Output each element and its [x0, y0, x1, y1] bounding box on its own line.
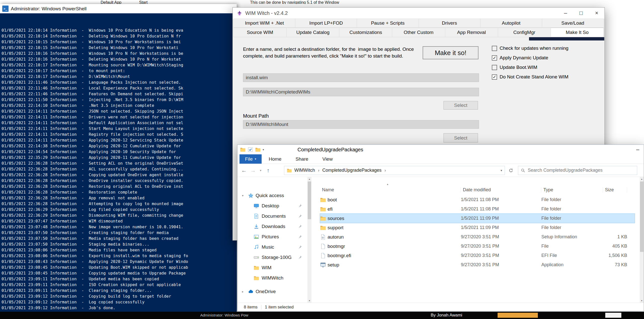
column-header-date-modified[interactable]: Date modified [461, 187, 541, 193]
tab-save-load[interactable]: Save/Load [542, 19, 604, 28]
history-dropdown-icon[interactable]: ▾ [258, 169, 264, 172]
instructions-text: Enter a name, and select a destination f… [243, 46, 417, 59]
powershell-log[interactable]: 01/05/2021 22:10:14 Information - Window… [0, 13, 237, 312]
select-destination-button[interactable]: Select [444, 101, 478, 110]
chevron-down-icon[interactable]: ▾ [242, 194, 246, 197]
wimwitch-titlebar[interactable]: WIM Witch - v2.4.2 – □ × [233, 8, 605, 19]
sidebar-item-wim[interactable]: WIM [237, 262, 307, 273]
back-button[interactable]: ← [239, 167, 249, 174]
menu-home[interactable]: Home [262, 154, 289, 164]
select-mount-button[interactable]: Select [444, 133, 478, 143]
column-header-type[interactable]: Type [541, 187, 603, 193]
background-text: This can be done by navigating 5.1 of th… [250, 0, 339, 4]
checkbox-check-for-updates-when-running[interactable]: Check for updates when running [492, 45, 569, 51]
address-bar[interactable]: WIMWitch›CompletedUpgradePackages› ▾ [284, 166, 505, 175]
tab-app-removal[interactable]: App Removal [445, 28, 498, 37]
file-type: Application [541, 262, 603, 267]
file-type: EFI File [541, 253, 603, 258]
file-row-efi[interactable]: efi1/5/2021 11:08 PMFile folder [320, 204, 635, 214]
file-row-bootmgr-efi[interactable]: bootmgr.efi9/27/2020 3:51 PMEFI File1,50… [320, 251, 635, 260]
address-dropdown-icon[interactable]: ▾ [501, 169, 502, 172]
sidebar-item-quick-access[interactable]: ▾Quick access [237, 190, 307, 201]
minimize-button[interactable]: – [558, 8, 573, 19]
overlay-white-box [605, 313, 621, 318]
qat-newfolder-icon[interactable] [255, 147, 261, 152]
scroll-down-icon[interactable]: ▾ [307, 299, 311, 303]
tab-configmgr[interactable]: ConfigMgr [498, 28, 551, 37]
tab-drivers[interactable]: Drivers [419, 19, 480, 28]
sidebar-item-documents[interactable]: Documents [237, 211, 307, 221]
destination-path-field[interactable]: D:\WIMWitch\CompletedWIMs [243, 88, 479, 96]
checkbox-do-not-create-stand-alone-wim[interactable]: ✓Do Not Create Stand Alone WIM [492, 74, 569, 80]
sidebar-item-onedrive[interactable]: ▸OneDrive [237, 286, 307, 297]
file-row-bootmgr[interactable]: bootmgr9/27/2020 3:51 PMFile405 KB [320, 242, 635, 251]
file-name: efi [328, 206, 461, 212]
sidebar-item-music[interactable]: Music [237, 242, 307, 252]
close-button[interactable]: × [589, 8, 605, 19]
scroll-up-icon[interactable]: ▴ [307, 177, 311, 181]
breadcrumb-segment[interactable]: WIMWitch [294, 168, 315, 173]
tab-import-lp-fod[interactable]: Import LP+FOD [295, 19, 357, 28]
sidebar-item-storage-100g[interactable]: Storage-100G [237, 252, 307, 262]
sidebar-scrollbar[interactable]: ▴ ▾ [307, 177, 311, 303]
unchecked-checkbox-icon[interactable] [492, 65, 497, 70]
sidebar-item-downloads[interactable]: Downloads [237, 221, 307, 232]
sidebar-item-pictures[interactable]: Pictures [237, 232, 307, 242]
ww-tab-row-1: Import WIM + .NetImport LP+FODPause + Sc… [233, 19, 604, 28]
explorer-titlebar[interactable]: ▾ CompletedUpgradePackages – [237, 145, 644, 154]
refresh-icon[interactable] [506, 167, 516, 173]
chevron-right-icon[interactable]: ▸ [242, 290, 246, 293]
tab-import-wim-net[interactable]: Import WIM + .Net [233, 19, 295, 28]
tab-autopilot[interactable]: Autopilot [480, 19, 542, 28]
checked-checkbox-icon[interactable]: ✓ [492, 55, 497, 61]
qat-properties-icon[interactable] [248, 147, 253, 152]
checkbox-update-boot-wim[interactable]: Update Boot.WIM [492, 64, 569, 70]
unchecked-checkbox-icon[interactable] [492, 46, 497, 51]
checkbox-apply-dynamic-update[interactable]: ✓Apply Dynamic Update [492, 55, 569, 61]
column-header-size[interactable]: Size [603, 187, 627, 193]
tab-other-custom[interactable]: Other Custom [392, 28, 445, 37]
file-size: 73 KB [603, 262, 627, 267]
tab-make-it-so[interactable]: Make It So [551, 28, 604, 37]
star-icon [248, 193, 254, 198]
file-date: 9/27/2020 3:51 PM [461, 253, 541, 258]
make-it-so-button[interactable]: Make it so! [423, 46, 478, 59]
scrollbar-thumb[interactable] [308, 181, 311, 219]
folder-icon [320, 197, 326, 203]
column-header-name[interactable]: Name [320, 187, 461, 193]
tab-pause-scripts[interactable]: Pause + Scripts [357, 19, 419, 28]
mount-path-field[interactable]: D:\WIMWitch\Mount [243, 120, 479, 129]
desktop: Default App Start This can be done by na… [0, 0, 644, 319]
tab-update-catalog[interactable]: Update Catalog [287, 28, 339, 37]
scroll-down-icon[interactable]: ▾ [640, 299, 644, 303]
status-divider [261, 305, 261, 309]
file-row-boot[interactable]: boot1/5/2021 11:08 PMFile folder [320, 195, 635, 204]
sidebar-item-desktop[interactable]: Desktop [237, 201, 307, 211]
menu-bar: File▾HomeShareView [237, 154, 644, 164]
log-line: 01/05/2021 23:07:50 Information - Creati… [2, 230, 237, 236]
menu-view[interactable]: View [315, 154, 340, 164]
wim-name-field[interactable]: install.wim [243, 73, 479, 82]
file-row-sources[interactable]: sources1/5/2021 11:09 PMFile folder [320, 214, 635, 223]
menu-share[interactable]: Share [289, 154, 315, 164]
checked-checkbox-icon[interactable]: ✓ [492, 74, 497, 80]
file-row-autorun[interactable]: autorun9/27/2020 3:51 PMSetup Informatio… [320, 232, 635, 242]
monitor-icon [254, 203, 259, 209]
menu-file[interactable]: File▾ [239, 154, 262, 164]
up-button[interactable]: ↑ [264, 167, 273, 174]
scroll-up-icon[interactable]: ▴ [640, 177, 644, 181]
maximize-button[interactable]: □ [573, 8, 589, 19]
search-box[interactable]: Search CompletedUpgradePackages [518, 166, 637, 175]
scrollbar-thumb[interactable] [640, 181, 643, 252]
tab-customizations[interactable]: Customizations [339, 28, 392, 37]
forward-button[interactable]: → [249, 167, 258, 174]
minimize-button[interactable]: – [632, 145, 643, 154]
powershell-titlebar[interactable]: >_ Administrator: Windows PowerShell [0, 4, 237, 13]
qat-dropdown-icon[interactable]: ▾ [263, 148, 264, 151]
sidebar-item-wimwitch[interactable]: WIMWitch [237, 273, 307, 283]
file-row-setup[interactable]: setup9/27/2020 3:51 PMApplication73 KB [320, 260, 635, 269]
breadcrumb-segment[interactable]: CompletedUpgradePackages [322, 168, 381, 173]
file-row-support[interactable]: support1/5/2021 11:09 PMFile folder [320, 223, 635, 232]
list-scrollbar[interactable]: ▴ ▾ [640, 177, 644, 303]
tab-source-wim[interactable]: Source WIM [233, 28, 287, 37]
